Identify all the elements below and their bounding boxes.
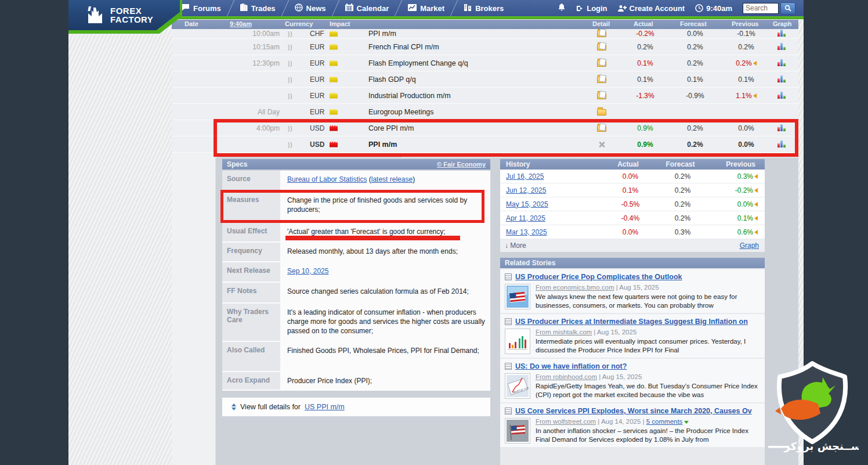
story-headline-link[interactable]: US: Do we have inflation or not? bbox=[515, 362, 627, 370]
table-row[interactable]: ))EURIndustrial Production m/m-1.3%-0.9%… bbox=[172, 88, 798, 104]
impact-icon-red[interactable] bbox=[330, 139, 338, 150]
graph-icon[interactable] bbox=[777, 42, 789, 52]
open-detail-icon[interactable] bbox=[595, 28, 608, 39]
tab-market[interactable]: Market bbox=[399, 0, 454, 16]
spec-value: Released monthly, about 13 days after th… bbox=[280, 243, 490, 261]
impact-glyph bbox=[330, 76, 338, 82]
open-detail-icon[interactable] bbox=[595, 58, 608, 69]
spec-label: Source bbox=[222, 171, 280, 190]
story-thumbnail[interactable]: Medical cost bbox=[505, 373, 530, 399]
graph-icon[interactable] bbox=[777, 91, 789, 101]
view-details-link[interactable]: US PPI m/m bbox=[305, 403, 345, 411]
table-row[interactable]: 4:00pm))USDCore PPI m/m0.9%0.2%0.0% bbox=[172, 120, 798, 136]
event-currency: EUR bbox=[310, 43, 324, 51]
history-row: Jun 12, 20250.1%0.2%-0.2% bbox=[500, 183, 765, 197]
spec-link[interactable]: Bureau of Labor Statistics bbox=[287, 175, 367, 183]
more-button[interactable]: ↓ More bbox=[505, 241, 526, 250]
forecast-value: 0.0% bbox=[668, 30, 722, 38]
search-button[interactable] bbox=[780, 2, 795, 15]
spec-link[interactable]: Sep 10, 2025 bbox=[287, 267, 328, 275]
story-source-link[interactable]: From economics.bmo.com bbox=[536, 284, 614, 291]
table-row[interactable]: 10:00am))CHFPPI m/m-0.2%0.0%-0.1% bbox=[172, 29, 798, 39]
create-account-button[interactable]: Create Account bbox=[618, 4, 685, 13]
login-button[interactable]: Login bbox=[576, 4, 607, 13]
story-thumbnail[interactable] bbox=[505, 329, 530, 354]
event-name[interactable]: PPI m/m bbox=[368, 140, 397, 149]
alert-sound-icon[interactable]: )) bbox=[288, 125, 293, 131]
impact-icon-yellow[interactable] bbox=[330, 42, 338, 52]
story-headline-link[interactable]: US Producer Prices at Intermediate Stage… bbox=[515, 318, 748, 326]
notification-bell-icon[interactable] bbox=[558, 3, 566, 14]
impact-icon-yellow[interactable] bbox=[330, 28, 338, 39]
event-name[interactable]: PPI m/m bbox=[368, 30, 396, 38]
history-date-link[interactable]: Jul 16, 2025 bbox=[506, 172, 544, 181]
history-date-link[interactable]: Apr 11, 2025 bbox=[506, 214, 545, 222]
actual-value: 0.1% bbox=[619, 75, 672, 84]
alert-sound-icon[interactable]: )) bbox=[288, 141, 293, 147]
history-col-forecast: Forecast bbox=[656, 160, 705, 168]
story-comments-link[interactable]: 5 comments bbox=[646, 418, 683, 425]
graph-icon[interactable] bbox=[777, 123, 789, 134]
graph-icon[interactable] bbox=[777, 139, 789, 150]
fair-economy-link[interactable]: © Fair Economy bbox=[437, 161, 486, 168]
tab-brokers[interactable]: Brokers bbox=[454, 0, 513, 16]
table-row[interactable]: All DayEUREurogroup Meetings bbox=[172, 104, 798, 120]
open-detail-icon[interactable] bbox=[595, 107, 608, 117]
tab-label: News bbox=[306, 4, 326, 13]
story-source-link[interactable]: From mishtalk.com bbox=[536, 329, 592, 336]
event-name[interactable]: Eurogroup Meetings bbox=[368, 108, 434, 116]
alert-sound-icon[interactable]: )) bbox=[288, 76, 293, 82]
table-row[interactable]: ))EURFlash GDP q/q0.1%0.1%0.1% bbox=[172, 71, 798, 88]
close-detail-icon[interactable] bbox=[595, 139, 608, 150]
spec-link[interactable]: latest release bbox=[371, 175, 413, 183]
event-name[interactable]: Flash Employment Change q/q bbox=[368, 59, 468, 67]
tab-news[interactable]: News bbox=[285, 0, 335, 16]
story-source-link[interactable]: From robinhood.com bbox=[536, 373, 597, 380]
table-row[interactable]: ))USDPPI m/m0.9%0.2%0.0% bbox=[172, 136, 798, 153]
graph-link[interactable]: Graph bbox=[740, 241, 759, 250]
tab-trades[interactable]: Trades bbox=[231, 0, 285, 16]
story-source-link[interactable]: From wolfstreet.com bbox=[536, 418, 596, 425]
history-date-link[interactable]: May 15, 2025 bbox=[506, 200, 548, 208]
calendar-header: Date 9:40am Currency Impact Detail Actua… bbox=[172, 20, 798, 29]
alert-sound-icon[interactable]: )) bbox=[288, 44, 293, 50]
search-input[interactable] bbox=[743, 3, 779, 14]
open-detail-icon[interactable] bbox=[595, 74, 608, 85]
tab-calendar[interactable]: Calendar bbox=[336, 0, 399, 16]
table-row[interactable]: 10:15am))EURFrench Final CPI m/m0.2%0.2%… bbox=[172, 39, 798, 55]
history-date-link[interactable]: Jun 12, 2025 bbox=[506, 186, 546, 194]
open-detail-icon[interactable] bbox=[595, 42, 608, 52]
history-date-link[interactable]: Mar 13, 2025 bbox=[506, 228, 547, 236]
event-name[interactable]: Industrial Production m/m bbox=[368, 92, 451, 100]
open-detail-icon[interactable] bbox=[595, 123, 608, 134]
impact-icon-yellow[interactable] bbox=[330, 107, 338, 117]
event-name[interactable]: Core PPI m/m bbox=[368, 124, 414, 132]
forex-factory-logo[interactable]: FOREXFACTORY bbox=[68, 0, 182, 34]
impact-icon-yellow[interactable] bbox=[330, 58, 338, 69]
impact-icon-red[interactable] bbox=[330, 123, 338, 134]
story-thumbnail[interactable] bbox=[505, 284, 530, 309]
graph-icon[interactable] bbox=[777, 28, 789, 39]
table-row[interactable]: 12:30pm))EURFlash Employment Change q/q0… bbox=[172, 55, 798, 71]
event-name[interactable]: Flash GDP q/q bbox=[368, 75, 416, 84]
graph-icon[interactable] bbox=[777, 58, 789, 69]
specs-title: Specs bbox=[227, 160, 247, 168]
open-detail-icon[interactable] bbox=[595, 91, 608, 101]
horizontal-scrollbar[interactable] bbox=[216, 153, 798, 158]
story-thumbnail[interactable] bbox=[505, 418, 530, 444]
alert-sound-icon[interactable]: )) bbox=[288, 31, 293, 37]
alert-sound-icon[interactable]: )) bbox=[288, 92, 293, 99]
clock-time[interactable]: 9:40am bbox=[695, 4, 732, 13]
graph-icon[interactable] bbox=[777, 74, 789, 85]
story-headline-link[interactable]: US Core Services PPI Explodes, Worst sin… bbox=[515, 407, 752, 415]
impact-icon-yellow[interactable] bbox=[330, 74, 338, 85]
scrollbar-thumb[interactable] bbox=[217, 154, 403, 157]
event-name[interactable]: French Final CPI m/m bbox=[368, 43, 439, 51]
story-headline-link[interactable]: US Producer Price Pop Complicates the Ou… bbox=[515, 273, 682, 281]
impact-icon-yellow[interactable] bbox=[330, 91, 338, 101]
impact-glyph bbox=[330, 125, 338, 131]
spec-row-usual-effect: Usual Effect'Actual' greater than 'Forec… bbox=[222, 223, 490, 241]
story-snippet: We always knew the next few quarters wer… bbox=[536, 293, 760, 310]
alert-sound-icon[interactable]: )) bbox=[288, 60, 293, 66]
col-time[interactable]: 9:40am bbox=[230, 20, 252, 27]
